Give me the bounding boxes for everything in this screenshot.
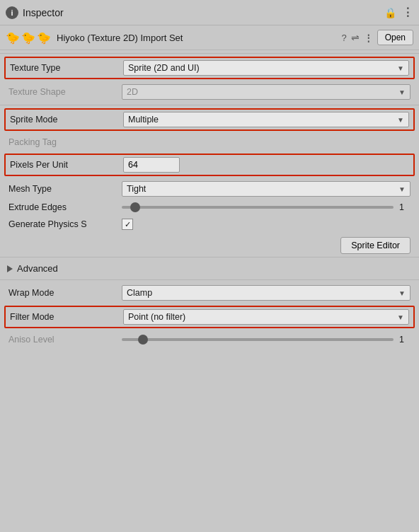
wrap-mode-row: Wrap Mode Clamp ▼ xyxy=(0,283,419,303)
texture-shape-arrow: ▼ xyxy=(398,88,406,96)
texture-type-dropdown[interactable]: Sprite (2D and UI) ▼ xyxy=(123,60,409,76)
mesh-type-dropdown[interactable]: Tight ▼ xyxy=(122,181,411,197)
generate-physics-checkbox[interactable]: ✓ xyxy=(122,219,133,230)
aniso-level-slider-container: 1 xyxy=(122,335,411,345)
checkmark-icon: ✓ xyxy=(125,220,131,229)
texture-shape-label: Texture Shape xyxy=(8,87,122,97)
filter-mode-dropdown[interactable]: Point (no filter) ▼ xyxy=(123,309,409,325)
extrude-edges-slider-container: 1 xyxy=(122,202,411,212)
wrap-mode-value: Clamp ▼ xyxy=(122,285,411,301)
aniso-level-label: Aniso Level xyxy=(8,335,122,345)
advanced-section-header[interactable]: Advanced xyxy=(0,260,419,277)
filter-mode-section: Filter Mode Point (no filter) ▼ xyxy=(4,306,415,328)
extrude-edges-slider-value: 1 xyxy=(399,202,411,212)
filter-mode-value: Point (no filter) ▼ xyxy=(123,309,409,325)
title-actions: 🔒 ⋮ xyxy=(384,6,413,19)
sprite-mode-section: Sprite Mode Multiple ▼ xyxy=(4,108,415,131)
filter-mode-label: Filter Mode xyxy=(10,312,123,322)
mesh-type-row: Mesh Type Tight ▼ xyxy=(0,179,419,199)
texture-shape-dropdown: 2D ▼ xyxy=(122,84,411,100)
pixels-per-unit-section: Pixels Per Unit xyxy=(4,154,415,176)
sprite-mode-dropdown[interactable]: Multiple ▼ xyxy=(123,112,409,127)
lock-icon[interactable]: 🔒 xyxy=(384,7,396,18)
sprite-editor-button[interactable]: Sprite Editor xyxy=(340,237,411,254)
texture-shape-value: 2D ▼ xyxy=(122,84,411,100)
asset-header-actions: ? ⇌ ⋮ Open xyxy=(341,30,413,45)
generate-physics-label: Generate Physics S xyxy=(8,219,122,229)
sprite-mode-value: Multiple ▼ xyxy=(123,112,409,127)
generate-physics-value: ✓ xyxy=(122,219,411,230)
title-bar: i Inspector 🔒 ⋮ xyxy=(0,0,419,25)
mesh-type-value: Tight ▼ xyxy=(122,181,411,197)
advanced-triangle-icon xyxy=(7,265,13,272)
asset-icon-1: 🐤 xyxy=(6,31,20,45)
aniso-level-row: Aniso Level 1 xyxy=(0,331,419,348)
packing-tag-label: Packing Tag xyxy=(8,137,122,147)
wrap-mode-arrow: ▼ xyxy=(398,289,406,297)
pixels-per-unit-label: Pixels Per Unit xyxy=(10,160,123,170)
asset-icon-2: 🐤 xyxy=(21,31,35,45)
aniso-level-slider-value: 1 xyxy=(399,335,411,345)
asset-header: 🐤 🐤 🐤 Hiyoko (Texture 2D) Import Set ? ⇌… xyxy=(0,25,419,50)
texture-shape-row: Texture Shape 2D ▼ xyxy=(0,82,419,102)
sprite-mode-label: Sprite Mode xyxy=(10,115,123,125)
aniso-level-value: 1 xyxy=(122,335,411,345)
filter-mode-arrow: ▼ xyxy=(397,313,404,321)
mesh-type-label: Mesh Type xyxy=(8,184,122,194)
info-icon: i xyxy=(6,6,18,19)
texture-type-value: Sprite (2D and UI) ▼ xyxy=(123,60,409,76)
pixels-per-unit-value xyxy=(123,157,409,173)
pixels-per-unit-row: Pixels Per Unit xyxy=(6,155,413,175)
wrap-mode-dropdown[interactable]: Clamp ▼ xyxy=(122,285,411,301)
open-button[interactable]: Open xyxy=(377,30,413,45)
packing-tag-row: Packing Tag xyxy=(0,134,419,151)
filter-mode-row: Filter Mode Point (no filter) ▼ xyxy=(6,307,413,327)
extrude-edges-value: 1 xyxy=(122,202,411,212)
aniso-level-slider[interactable] xyxy=(122,338,394,341)
generate-physics-row: Generate Physics S ✓ xyxy=(0,216,419,233)
texture-type-arrow: ▼ xyxy=(397,64,404,72)
asset-icon-3: 🐤 xyxy=(37,31,51,45)
asset-menu-icon[interactable]: ⋮ xyxy=(364,33,373,43)
sliders-icon[interactable]: ⇌ xyxy=(351,32,360,43)
asset-title: Hiyoko (Texture 2D) Import Set xyxy=(57,33,335,43)
menu-icon[interactable]: ⋮ xyxy=(402,6,413,19)
wrap-mode-label: Wrap Mode xyxy=(8,288,122,298)
extrude-edges-slider[interactable] xyxy=(122,206,394,209)
generate-physics-checkbox-row: ✓ xyxy=(122,219,411,230)
inspector-title: Inspector xyxy=(23,7,380,18)
texture-type-section: Texture Type Sprite (2D and UI) ▼ xyxy=(4,57,415,79)
pixels-per-unit-input[interactable] xyxy=(123,157,180,173)
sprite-mode-row: Sprite Mode Multiple ▼ xyxy=(6,110,413,129)
advanced-label: Advanced xyxy=(17,263,58,274)
texture-type-label: Texture Type xyxy=(10,63,123,73)
sprite-mode-arrow: ▼ xyxy=(397,116,404,124)
mesh-type-arrow: ▼ xyxy=(398,185,406,193)
texture-type-row: Texture Type Sprite (2D and UI) ▼ xyxy=(6,58,413,78)
extrude-edges-label: Extrude Edges xyxy=(8,202,122,212)
extrude-edges-row: Extrude Edges 1 xyxy=(0,199,419,216)
asset-thumbnails: 🐤 🐤 🐤 xyxy=(6,31,51,45)
help-icon[interactable]: ? xyxy=(341,33,346,43)
